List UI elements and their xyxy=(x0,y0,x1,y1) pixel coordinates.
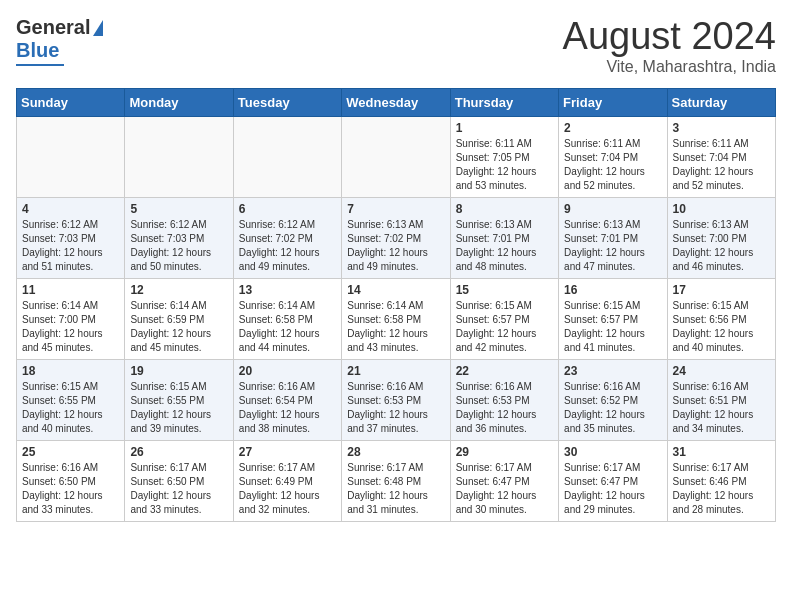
cell-content: Sunrise: 6:11 AM Sunset: 7:04 PM Dayligh… xyxy=(564,137,661,193)
cell-content: Sunrise: 6:11 AM Sunset: 7:05 PM Dayligh… xyxy=(456,137,553,193)
col-friday: Friday xyxy=(559,88,667,116)
table-row: 21Sunrise: 6:16 AM Sunset: 6:53 PM Dayli… xyxy=(342,359,450,440)
table-row: 19Sunrise: 6:15 AM Sunset: 6:55 PM Dayli… xyxy=(125,359,233,440)
day-number: 20 xyxy=(239,364,336,378)
table-row: 4Sunrise: 6:12 AM Sunset: 7:03 PM Daylig… xyxy=(17,197,125,278)
col-tuesday: Tuesday xyxy=(233,88,341,116)
day-number: 6 xyxy=(239,202,336,216)
cell-content: Sunrise: 6:16 AM Sunset: 6:54 PM Dayligh… xyxy=(239,380,336,436)
cell-content: Sunrise: 6:16 AM Sunset: 6:50 PM Dayligh… xyxy=(22,461,119,517)
day-number: 7 xyxy=(347,202,444,216)
col-thursday: Thursday xyxy=(450,88,558,116)
table-row: 2Sunrise: 6:11 AM Sunset: 7:04 PM Daylig… xyxy=(559,116,667,197)
day-number: 1 xyxy=(456,121,553,135)
cell-content: Sunrise: 6:15 AM Sunset: 6:55 PM Dayligh… xyxy=(22,380,119,436)
table-row xyxy=(233,116,341,197)
col-monday: Monday xyxy=(125,88,233,116)
cell-content: Sunrise: 6:16 AM Sunset: 6:52 PM Dayligh… xyxy=(564,380,661,436)
day-number: 17 xyxy=(673,283,770,297)
logo-general-text: General xyxy=(16,16,90,39)
table-row: 28Sunrise: 6:17 AM Sunset: 6:48 PM Dayli… xyxy=(342,440,450,521)
day-number: 28 xyxy=(347,445,444,459)
cell-content: Sunrise: 6:13 AM Sunset: 7:02 PM Dayligh… xyxy=(347,218,444,274)
cell-content: Sunrise: 6:13 AM Sunset: 7:01 PM Dayligh… xyxy=(564,218,661,274)
logo-blue-text: Blue xyxy=(16,39,59,62)
day-number: 5 xyxy=(130,202,227,216)
table-row: 26Sunrise: 6:17 AM Sunset: 6:50 PM Dayli… xyxy=(125,440,233,521)
day-number: 22 xyxy=(456,364,553,378)
day-number: 3 xyxy=(673,121,770,135)
table-row: 6Sunrise: 6:12 AM Sunset: 7:02 PM Daylig… xyxy=(233,197,341,278)
table-row: 31Sunrise: 6:17 AM Sunset: 6:46 PM Dayli… xyxy=(667,440,775,521)
table-row: 8Sunrise: 6:13 AM Sunset: 7:01 PM Daylig… xyxy=(450,197,558,278)
table-row: 7Sunrise: 6:13 AM Sunset: 7:02 PM Daylig… xyxy=(342,197,450,278)
table-row: 22Sunrise: 6:16 AM Sunset: 6:53 PM Dayli… xyxy=(450,359,558,440)
table-row: 10Sunrise: 6:13 AM Sunset: 7:00 PM Dayli… xyxy=(667,197,775,278)
table-row: 17Sunrise: 6:15 AM Sunset: 6:56 PM Dayli… xyxy=(667,278,775,359)
day-number: 19 xyxy=(130,364,227,378)
calendar-subtitle: Vite, Maharashtra, India xyxy=(563,58,776,76)
table-row: 13Sunrise: 6:14 AM Sunset: 6:58 PM Dayli… xyxy=(233,278,341,359)
table-row: 15Sunrise: 6:15 AM Sunset: 6:57 PM Dayli… xyxy=(450,278,558,359)
table-row: 24Sunrise: 6:16 AM Sunset: 6:51 PM Dayli… xyxy=(667,359,775,440)
day-number: 16 xyxy=(564,283,661,297)
table-row: 9Sunrise: 6:13 AM Sunset: 7:01 PM Daylig… xyxy=(559,197,667,278)
cell-content: Sunrise: 6:12 AM Sunset: 7:02 PM Dayligh… xyxy=(239,218,336,274)
title-block: August 2024 Vite, Maharashtra, India xyxy=(563,16,776,76)
calendar-title: August 2024 xyxy=(563,16,776,58)
table-row: 29Sunrise: 6:17 AM Sunset: 6:47 PM Dayli… xyxy=(450,440,558,521)
page-header: General Blue August 2024 Vite, Maharasht… xyxy=(16,16,776,76)
day-number: 29 xyxy=(456,445,553,459)
table-row: 12Sunrise: 6:14 AM Sunset: 6:59 PM Dayli… xyxy=(125,278,233,359)
day-number: 25 xyxy=(22,445,119,459)
col-wednesday: Wednesday xyxy=(342,88,450,116)
cell-content: Sunrise: 6:17 AM Sunset: 6:47 PM Dayligh… xyxy=(564,461,661,517)
cell-content: Sunrise: 6:15 AM Sunset: 6:56 PM Dayligh… xyxy=(673,299,770,355)
cell-content: Sunrise: 6:11 AM Sunset: 7:04 PM Dayligh… xyxy=(673,137,770,193)
cell-content: Sunrise: 6:13 AM Sunset: 7:01 PM Dayligh… xyxy=(456,218,553,274)
cell-content: Sunrise: 6:15 AM Sunset: 6:57 PM Dayligh… xyxy=(456,299,553,355)
day-number: 27 xyxy=(239,445,336,459)
table-row: 16Sunrise: 6:15 AM Sunset: 6:57 PM Dayli… xyxy=(559,278,667,359)
day-number: 4 xyxy=(22,202,119,216)
calendar-week-row: 18Sunrise: 6:15 AM Sunset: 6:55 PM Dayli… xyxy=(17,359,776,440)
logo-triangle-icon xyxy=(93,20,103,36)
cell-content: Sunrise: 6:17 AM Sunset: 6:47 PM Dayligh… xyxy=(456,461,553,517)
table-row xyxy=(342,116,450,197)
calendar-week-row: 11Sunrise: 6:14 AM Sunset: 7:00 PM Dayli… xyxy=(17,278,776,359)
cell-content: Sunrise: 6:16 AM Sunset: 6:51 PM Dayligh… xyxy=(673,380,770,436)
table-row xyxy=(17,116,125,197)
day-number: 24 xyxy=(673,364,770,378)
calendar-week-row: 25Sunrise: 6:16 AM Sunset: 6:50 PM Dayli… xyxy=(17,440,776,521)
cell-content: Sunrise: 6:16 AM Sunset: 6:53 PM Dayligh… xyxy=(347,380,444,436)
table-row: 23Sunrise: 6:16 AM Sunset: 6:52 PM Dayli… xyxy=(559,359,667,440)
table-row: 1Sunrise: 6:11 AM Sunset: 7:05 PM Daylig… xyxy=(450,116,558,197)
cell-content: Sunrise: 6:14 AM Sunset: 7:00 PM Dayligh… xyxy=(22,299,119,355)
calendar-header-row: Sunday Monday Tuesday Wednesday Thursday… xyxy=(17,88,776,116)
col-sunday: Sunday xyxy=(17,88,125,116)
logo: General Blue xyxy=(16,16,103,66)
cell-content: Sunrise: 6:14 AM Sunset: 6:59 PM Dayligh… xyxy=(130,299,227,355)
day-number: 26 xyxy=(130,445,227,459)
cell-content: Sunrise: 6:13 AM Sunset: 7:00 PM Dayligh… xyxy=(673,218,770,274)
day-number: 31 xyxy=(673,445,770,459)
day-number: 21 xyxy=(347,364,444,378)
cell-content: Sunrise: 6:15 AM Sunset: 6:57 PM Dayligh… xyxy=(564,299,661,355)
table-row: 11Sunrise: 6:14 AM Sunset: 7:00 PM Dayli… xyxy=(17,278,125,359)
day-number: 9 xyxy=(564,202,661,216)
day-number: 8 xyxy=(456,202,553,216)
calendar-table: Sunday Monday Tuesday Wednesday Thursday… xyxy=(16,88,776,522)
day-number: 13 xyxy=(239,283,336,297)
day-number: 18 xyxy=(22,364,119,378)
cell-content: Sunrise: 6:15 AM Sunset: 6:55 PM Dayligh… xyxy=(130,380,227,436)
table-row xyxy=(125,116,233,197)
logo-divider xyxy=(16,64,64,66)
cell-content: Sunrise: 6:17 AM Sunset: 6:48 PM Dayligh… xyxy=(347,461,444,517)
col-saturday: Saturday xyxy=(667,88,775,116)
table-row: 27Sunrise: 6:17 AM Sunset: 6:49 PM Dayli… xyxy=(233,440,341,521)
cell-content: Sunrise: 6:12 AM Sunset: 7:03 PM Dayligh… xyxy=(22,218,119,274)
cell-content: Sunrise: 6:17 AM Sunset: 6:50 PM Dayligh… xyxy=(130,461,227,517)
table-row: 5Sunrise: 6:12 AM Sunset: 7:03 PM Daylig… xyxy=(125,197,233,278)
cell-content: Sunrise: 6:12 AM Sunset: 7:03 PM Dayligh… xyxy=(130,218,227,274)
cell-content: Sunrise: 6:14 AM Sunset: 6:58 PM Dayligh… xyxy=(239,299,336,355)
